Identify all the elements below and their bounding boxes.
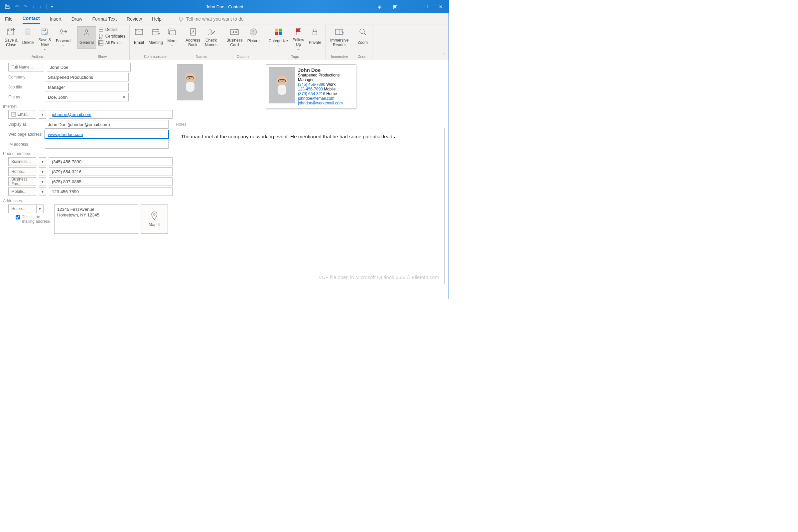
- svg-point-40: [232, 31, 234, 33]
- display-as-input[interactable]: [45, 120, 169, 129]
- svg-point-20: [85, 30, 88, 32]
- zoom-button[interactable]: Zoom: [355, 26, 370, 49]
- svg-rect-57: [186, 82, 194, 92]
- tab-contact[interactable]: Contact: [23, 14, 40, 24]
- phone-home-input[interactable]: [49, 167, 173, 176]
- phone-business-input[interactable]: [49, 157, 173, 166]
- all-fields-button[interactable]: All Fields: [96, 40, 127, 46]
- phone-fax-dropdown[interactable]: ▼: [39, 177, 46, 186]
- phone-home-dropdown[interactable]: ▼: [39, 167, 46, 176]
- group-immersive-label: Immersive: [326, 55, 353, 60]
- picture-button[interactable]: Picture⌄: [245, 26, 262, 49]
- tab-insert[interactable]: Insert: [50, 14, 61, 24]
- notes-textarea[interactable]: The man I met at the company networking …: [176, 128, 444, 284]
- svg-rect-49: [313, 32, 317, 35]
- job-title-input[interactable]: [45, 83, 129, 92]
- tab-review[interactable]: Review: [127, 14, 142, 24]
- phone-home-button[interactable]: Home...: [8, 167, 36, 176]
- premium-icon[interactable]: ◈: [372, 4, 387, 9]
- address-home-button[interactable]: Home...: [8, 205, 36, 213]
- lightbulb-icon: [178, 16, 184, 22]
- maximize-button[interactable]: ☐: [418, 4, 433, 9]
- delete-button[interactable]: Delete: [20, 26, 36, 49]
- map-it-button[interactable]: Map It: [141, 205, 168, 234]
- qat-customize-icon[interactable]: ▾: [51, 5, 53, 8]
- full-name-button[interactable]: Full Name...: [8, 63, 44, 72]
- email-button[interactable]: Email: [132, 26, 146, 49]
- email-type-button[interactable]: Email...: [8, 110, 36, 119]
- ribbon-mode-icon[interactable]: ▣: [387, 4, 403, 9]
- ribbon: Save & Close Delete Save & New⌄ Forward⌄…: [0, 25, 449, 60]
- svg-rect-46: [279, 28, 282, 32]
- contact-photo[interactable]: [177, 64, 203, 100]
- email-input[interactable]: [49, 110, 173, 119]
- phone-mobile-input[interactable]: [49, 187, 173, 196]
- phone-fax-button[interactable]: Business Fax...: [8, 177, 36, 186]
- phone-section-label: Phone numbers: [3, 151, 177, 156]
- general-button[interactable]: General: [77, 26, 96, 49]
- im-address-input[interactable]: [45, 140, 169, 149]
- file-as-select[interactable]: Doe, John▼: [45, 93, 129, 101]
- im-address-label: IM address: [2, 142, 42, 147]
- group-options-label: Options: [222, 55, 264, 60]
- save-new-button[interactable]: Save & New⌄: [36, 26, 54, 52]
- check-names-button[interactable]: Check Names: [203, 26, 220, 49]
- email-dropdown[interactable]: ▼: [39, 110, 46, 119]
- down-arrow-icon[interactable]: ↓: [39, 4, 41, 9]
- immersive-reader-button[interactable]: Immersive Reader: [328, 26, 351, 49]
- tab-draw[interactable]: Draw: [72, 14, 82, 24]
- collapse-ribbon-button[interactable]: ⌃: [439, 50, 449, 60]
- web-page-input[interactable]: [45, 130, 169, 139]
- svg-point-37: [192, 30, 194, 32]
- phone-mobile-button[interactable]: Mobile...: [8, 187, 36, 196]
- company-label: Company: [2, 75, 42, 79]
- certificates-button[interactable]: Certificates: [96, 33, 127, 40]
- tab-format-text[interactable]: Format Text: [92, 14, 117, 24]
- window-title: John Doe - Contact: [206, 4, 243, 9]
- phone-business-dropdown[interactable]: ▼: [39, 157, 46, 166]
- address-home-dropdown[interactable]: ▼: [36, 205, 43, 213]
- svg-point-38: [209, 30, 211, 32]
- card-phone-mobile: 123-456-7890: [298, 87, 323, 92]
- more-button[interactable]: More⌄: [165, 26, 179, 49]
- tell-me-search[interactable]: Tell me what you want to do: [178, 16, 244, 22]
- mailing-address-checkbox[interactable]: This is the mailing address: [16, 214, 52, 224]
- private-button[interactable]: Private: [307, 26, 324, 49]
- svg-point-3: [179, 17, 183, 20]
- business-card-preview[interactable]: John Doe Sharpened Productions Manager (…: [266, 64, 356, 108]
- svg-rect-1: [6, 4, 9, 6]
- meeting-button[interactable]: Meeting: [146, 26, 165, 49]
- close-button[interactable]: ✕: [433, 4, 449, 9]
- address-textarea[interactable]: 12345 First AvenueHometown, NY 12345: [54, 205, 138, 234]
- details-button[interactable]: Details: [96, 26, 127, 33]
- full-name-input[interactable]: [47, 63, 131, 72]
- svg-rect-45: [275, 28, 278, 32]
- phone-business-button[interactable]: Business...: [8, 157, 36, 166]
- address-section-label: Addresses: [3, 198, 177, 203]
- follow-up-button[interactable]: Follow Up⌄: [290, 26, 307, 52]
- svg-rect-63: [278, 85, 286, 95]
- address-book-button[interactable]: Address Book: [183, 26, 203, 49]
- company-input[interactable]: [45, 73, 129, 81]
- up-arrow-icon[interactable]: ↑: [32, 4, 35, 9]
- categorize-button[interactable]: Categorize⌄: [266, 26, 290, 49]
- card-phone-work: (345) 456-7890: [298, 82, 325, 87]
- svg-point-19: [60, 30, 63, 32]
- svg-point-24: [99, 34, 102, 37]
- tab-help[interactable]: Help: [152, 14, 162, 24]
- card-name: John Doe: [298, 67, 343, 73]
- minimize-button[interactable]: —: [403, 4, 418, 9]
- svg-point-50: [360, 29, 364, 34]
- save-icon[interactable]: [5, 4, 10, 10]
- phone-mobile-dropdown[interactable]: ▼: [39, 187, 46, 196]
- redo-icon[interactable]: ↷: [24, 4, 27, 9]
- forward-button[interactable]: Forward⌄: [54, 26, 73, 49]
- svg-line-51: [364, 33, 366, 35]
- phone-fax-input[interactable]: [49, 177, 173, 186]
- undo-icon[interactable]: ↶: [15, 4, 19, 9]
- business-card-button[interactable]: Business Card: [224, 26, 245, 49]
- svg-rect-48: [279, 32, 282, 35]
- tab-file[interactable]: File: [5, 14, 13, 24]
- save-close-button[interactable]: Save & Close: [2, 26, 20, 49]
- group-show-label: Show: [75, 55, 129, 60]
